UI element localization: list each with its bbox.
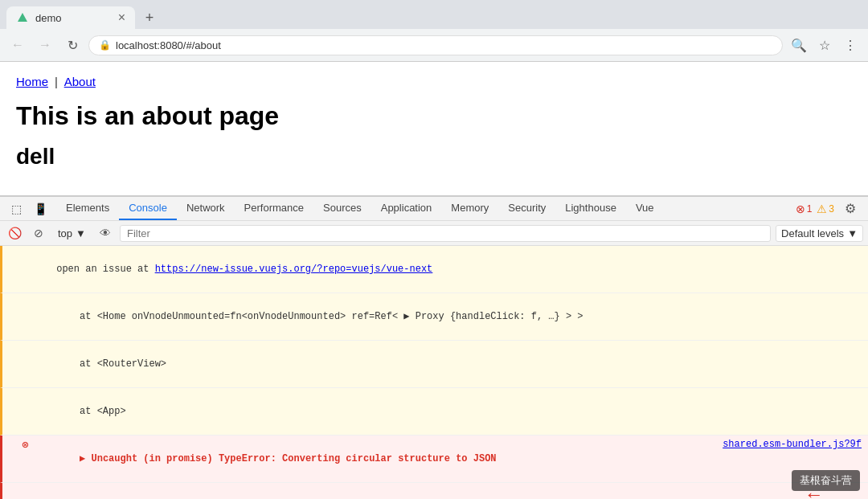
page-subtext: dell <box>16 144 852 170</box>
lock-icon: 🔒 <box>99 39 111 51</box>
refresh-button[interactable]: ↻ <box>61 34 84 56</box>
devtools-left-icons: ⬚ 📱 <box>0 198 56 220</box>
console-filter-btn[interactable]: ⊘ <box>29 223 48 243</box>
error-file-ref[interactable]: shared.esm-bundler.js?9f <box>723 437 862 452</box>
page-links: Home | About <box>16 75 852 88</box>
tab-title: demo <box>35 12 112 24</box>
back-button[interactable]: ← <box>6 34 29 56</box>
tab-close-button[interactable]: × <box>118 11 125 24</box>
tab-lighthouse[interactable]: Lighthouse <box>555 197 626 220</box>
tab-bar: demo × + <box>0 0 868 29</box>
error-count: 1 <box>807 203 813 215</box>
devtools-right-actions: ⊗ 1 ⚠ 3 ⚙ <box>789 198 868 220</box>
home-link[interactable]: Home <box>16 75 48 88</box>
console-line: at <App> <box>0 388 868 436</box>
warn-count: 3 <box>829 203 834 215</box>
tab-performance[interactable]: Performance <box>235 197 313 220</box>
console-line: at <RouterView> <box>0 341 868 388</box>
devtools-inspect-icon[interactable]: ⬚ <box>5 198 27 220</box>
console-bar: 🚫 ⊘ top ▼ 👁 Default levels ▼ <box>0 221 868 246</box>
levels-label: Default levels <box>781 227 844 239</box>
menu-button[interactable]: ⋮ <box>839 34 862 56</box>
watermark: 基根奋斗营 <box>792 470 860 491</box>
svg-marker-0 <box>18 13 27 22</box>
forward-button[interactable]: → <box>34 34 56 56</box>
console-filter-input[interactable] <box>120 225 771 242</box>
console-line: at <Home onVnodeUnmounted=fn<onVnodeUnmo… <box>0 293 868 341</box>
error-circle-icon: ⊗ <box>22 437 28 454</box>
bookmark-button[interactable]: ☆ <box>813 34 836 56</box>
nav-actions: 🔍 ☆ ⋮ <box>788 34 862 56</box>
address-text: localhost:8080/#/about <box>116 39 772 51</box>
console-eye-btn[interactable]: 👁 <box>96 223 115 243</box>
tab-application[interactable]: Application <box>371 197 442 220</box>
levels-dropdown-icon: ▼ <box>847 227 858 239</box>
about-link[interactable]: About <box>64 75 96 88</box>
error-header-line: ⊗ ▶ Uncaught (in promise) TypeError: Con… <box>0 436 868 483</box>
context-dropdown-icon: ▼ <box>76 227 86 239</box>
context-selector[interactable]: top ▼ <box>53 226 91 241</box>
console-clear-btn[interactable]: 🚫 <box>5 223 24 243</box>
warn-badge: ⚠ 3 <box>817 202 834 215</box>
warn-icon: ⚠ <box>817 202 827 215</box>
levels-selector[interactable]: Default levels ▼ <box>776 225 863 242</box>
issue-link[interactable]: https://new-issue.vuejs.org/?repo=vuejs/… <box>155 264 433 275</box>
error-icon: ⊗ <box>796 202 805 215</box>
devtools-panel: ⬚ 📱 Elements Console Network Performance… <box>0 195 868 499</box>
tab-console[interactable]: Console <box>119 197 177 220</box>
console-line: open an issue at https://new-issue.vuejs… <box>0 246 868 293</box>
address-bar[interactable]: 🔒 localhost:8080/#/about <box>88 35 783 55</box>
context-label: top <box>58 227 72 239</box>
console-output: open an issue at https://new-issue.vuejs… <box>0 246 868 499</box>
tab-elements[interactable]: Elements <box>56 197 119 220</box>
search-button[interactable]: 🔍 <box>788 34 810 56</box>
link-separator: | <box>55 75 58 88</box>
page-heading: This is an about page <box>16 101 852 131</box>
tab-memory[interactable]: Memory <box>441 197 498 220</box>
tab-sources[interactable]: Sources <box>313 197 371 220</box>
new-tab-button[interactable]: + <box>138 6 161 29</box>
devtools-toolbar: ⬚ 📱 Elements Console Network Performance… <box>0 197 868 221</box>
nav-bar: ← → ↻ 🔒 localhost:8080/#/about 🔍 ☆ ⋮ <box>0 29 868 61</box>
browser-tab[interactable]: demo × <box>6 6 135 29</box>
tab-vue[interactable]: Vue <box>626 197 664 220</box>
devtools-settings-icon[interactable]: ⚙ <box>839 198 862 220</box>
error-header-text: ▶ Uncaught (in promise) TypeError: Conve… <box>33 437 718 481</box>
tab-favicon <box>16 11 29 24</box>
page-content: Home | About This is an about page dell <box>0 62 868 195</box>
tab-security[interactable]: Security <box>498 197 555 220</box>
error-badge: ⊗ 1 <box>796 202 813 215</box>
devtools-device-icon[interactable]: 📱 <box>29 198 51 220</box>
tab-network[interactable]: Network <box>177 197 235 220</box>
browser-chrome: demo × + ← → ↻ 🔒 localhost:8080/#/about … <box>0 0 868 62</box>
console-line: --> starting at object with constructor … <box>0 483 868 499</box>
devtools-tabs: Elements Console Network Performance Sou… <box>56 197 789 220</box>
